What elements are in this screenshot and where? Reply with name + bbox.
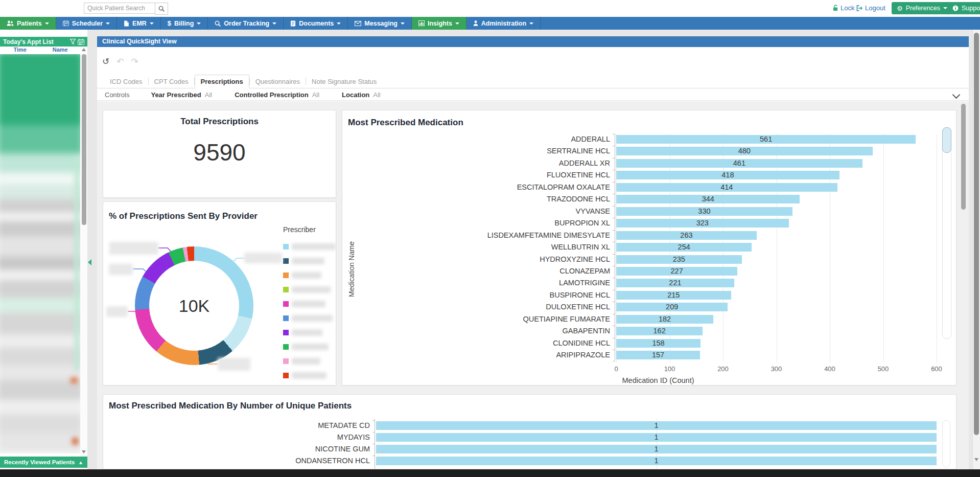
nav-item-documents[interactable]: Documents	[284, 17, 348, 30]
redo-icon[interactable]: ↷	[131, 57, 138, 66]
people-icon	[7, 20, 14, 26]
legend-item[interactable]	[283, 272, 321, 279]
uniq-chart-title: Most Prescribed Medication By Number of …	[109, 401, 352, 411]
nav-item-label: EMR	[132, 20, 147, 27]
undo-icon[interactable]: ↶	[116, 57, 124, 66]
scroll-up-icon[interactable]	[82, 48, 86, 51]
bar-value-label: 1	[376, 445, 937, 453]
legend-item[interactable]	[283, 315, 333, 322]
nav-item-patients[interactable]: Patients	[0, 17, 56, 30]
y-axis-tick	[372, 444, 375, 444]
window-scrollbar-thumb[interactable]	[974, 33, 979, 435]
x-tick-label: 400	[817, 365, 843, 373]
bar-category-label: ESCITALOPRAM OXALATE	[342, 183, 610, 192]
nav-item-scheduler[interactable]: Scheduler	[56, 17, 117, 30]
y-axis-tick	[613, 314, 615, 314]
med-chart-scroll-thumb[interactable]	[942, 127, 951, 153]
filter-icon[interactable]	[70, 39, 76, 44]
donut-chart[interactable]: 10K	[135, 246, 253, 365]
tab-questionnaires[interactable]: Questionnaires	[250, 75, 306, 88]
scroll-down-icon[interactable]	[82, 450, 86, 453]
magnifier-icon	[215, 20, 221, 27]
y-axis-tick	[372, 432, 375, 433]
prescriptions-by-provider-card: % of Prescriptions Sent By Provider 10K …	[103, 201, 336, 385]
bar-category-label: VYVANSE	[342, 207, 610, 216]
window-scroll-down-icon[interactable]	[974, 458, 978, 461]
filter-year-prescribed[interactable]: Year PrescribedAll	[151, 91, 212, 99]
tab-cpt-codes[interactable]: CPT Codes	[149, 75, 194, 88]
preferences-label: Preferences	[906, 5, 940, 12]
legend-item[interactable]	[283, 286, 331, 293]
y-axis-line	[615, 134, 615, 360]
nav-item-label: Messaging	[364, 20, 398, 27]
legend-item[interactable]	[283, 358, 320, 365]
column-name[interactable]: Name	[40, 47, 81, 54]
filter-location[interactable]: LocationAll	[342, 91, 381, 99]
chevron-down-icon	[197, 22, 201, 25]
uniq-chart-scroll-track[interactable]	[942, 420, 950, 467]
x-tick-label: 600	[924, 365, 949, 373]
person-icon	[473, 20, 478, 26]
bar-category-label: CLONIDINE HCL	[342, 339, 610, 348]
nav-item-billing[interactable]: $Billing	[161, 17, 208, 30]
legend-title: Prescriber	[283, 225, 316, 234]
sheet-scrollbar-thumb[interactable]	[961, 104, 966, 210]
nav-item-insights[interactable]: Insights	[412, 17, 466, 30]
appt-column-headers: Time Name	[0, 47, 80, 54]
legend-item[interactable]	[283, 344, 329, 350]
bar-value-label: 158	[616, 339, 701, 348]
med-chart-scroll-track[interactable]	[942, 127, 951, 339]
gear-icon: ⚙	[897, 5, 903, 12]
chevron-down-icon	[401, 22, 405, 25]
bar-value-label: 461	[616, 159, 862, 168]
column-time[interactable]: Time	[0, 47, 40, 54]
chevron-down-icon	[337, 22, 341, 25]
med-chart-title: Most Prescribed Medication	[348, 118, 463, 128]
filter-controlled-prescription[interactable]: Controlled PrescriptionAll	[235, 91, 319, 99]
bar-category-label: ONDANSETRON HCL	[103, 457, 370, 465]
bar-value-label: 561	[616, 135, 916, 144]
x-tick-label: 100	[657, 365, 683, 373]
bar-category-label: NICOTINE GUM	[103, 445, 370, 453]
legend-item[interactable]	[283, 372, 326, 379]
bar-category-label: BUSPIRONE HCL	[342, 291, 610, 300]
tab-note-signature-status[interactable]: Note Signature Status	[306, 75, 382, 88]
legend-item[interactable]	[283, 258, 324, 264]
calendar-icon[interactable]	[78, 39, 84, 45]
legend-item[interactable]	[283, 243, 336, 250]
legend-item[interactable]	[283, 301, 325, 307]
nav-item-administration[interactable]: Administration	[466, 17, 541, 30]
sidebar-collapse-handle[interactable]	[88, 259, 91, 265]
donut-callout-label-blurred	[106, 306, 128, 317]
bar-category-label: FLUOXETINE HCL	[342, 171, 610, 179]
kpi-title: Total Prescriptions	[103, 117, 336, 127]
legend-label-blurred	[292, 372, 326, 379]
chevron-down-icon	[529, 22, 533, 25]
legend-swatch	[283, 330, 289, 335]
recently-viewed-patients-bar[interactable]: Recently Viewed Patients ▲	[0, 457, 87, 468]
calendar-icon	[63, 20, 69, 26]
reset-icon[interactable]: ↺	[102, 57, 109, 66]
sidebar-scrollbar-thumb[interactable]	[82, 54, 86, 225]
logout-button[interactable]: Logout	[856, 4, 885, 12]
support-label: Support	[962, 5, 980, 12]
legend-item[interactable]	[283, 329, 322, 336]
tab-prescriptions[interactable]: Prescriptions	[195, 75, 249, 88]
y-axis-tick	[613, 278, 615, 278]
document-icon	[290, 20, 296, 27]
med-y-axis-label: Medication Name	[347, 225, 356, 297]
search-input[interactable]	[84, 3, 158, 14]
support-button[interactable]: Support	[947, 2, 980, 14]
lock-button[interactable]: Lock	[833, 4, 854, 12]
legend-swatch	[283, 272, 289, 278]
nav-item-order-tracking[interactable]: Order Tracking	[208, 17, 284, 30]
donut-center-label: 10K	[149, 261, 239, 351]
nav-item-emr[interactable]: EMR	[117, 17, 161, 30]
tab-icd-codes[interactable]: ICD Codes	[104, 75, 148, 88]
preferences-button[interactable]: ⚙ Preferences	[892, 2, 952, 14]
y-axis-tick	[372, 420, 375, 421]
bar-value-label: 418	[616, 171, 839, 179]
nav-item-messaging[interactable]: Messaging	[348, 17, 412, 30]
search-button[interactable]	[155, 3, 168, 15]
bar-chart-icon	[418, 20, 425, 26]
